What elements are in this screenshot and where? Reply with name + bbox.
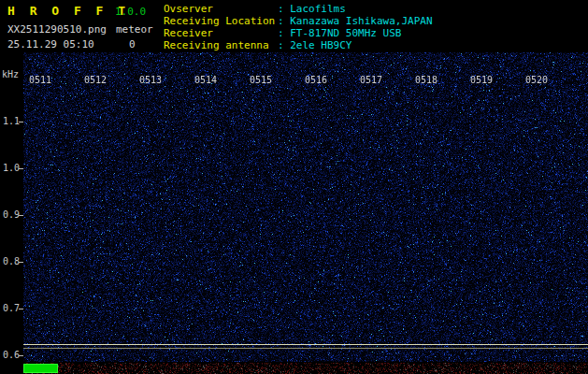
info-row-label: Receiving antenna — [164, 39, 278, 51]
info-row-label: Receiving Location — [164, 15, 278, 27]
spectrogram-canvas — [23, 52, 588, 362]
info-row-label: Ovserver — [164, 3, 278, 15]
time-tick-label: 0513 — [139, 75, 162, 85]
mode-label: meteor — [116, 23, 153, 36]
info-row: Receiving antenna: 2ele HB9CY — [164, 39, 433, 51]
app-version: 1.0.0 — [115, 6, 146, 18]
level-strip-canvas — [23, 363, 588, 374]
info-row: Receiving Location: Kanazawa Ishikawa,JA… — [164, 15, 433, 27]
echo-count: 0 — [129, 38, 136, 50]
info-row: Receiver: FT-817ND 50MHz USB — [164, 27, 433, 39]
time-tick-label: 0512 — [84, 75, 107, 85]
time-tick-label: 0516 — [305, 75, 327, 85]
level-indicator-box — [23, 364, 58, 373]
info-row-value: : FT-817ND 50MHz USB — [278, 27, 401, 39]
info-table: Ovserver: LacofilmsReceiving Location: K… — [164, 3, 433, 51]
app-title: H R O F F T — [7, 4, 129, 18]
freq-tick-label: 1.1 — [3, 116, 20, 126]
freq-tick-label: 0.8 — [3, 256, 20, 266]
time-tick-label: 0519 — [470, 75, 493, 85]
time-tick-label: 0520 — [525, 75, 548, 85]
output-filename: XX2511290510.png — [7, 23, 107, 36]
time-tick-label: 0514 — [194, 75, 217, 85]
datetime-label: 25.11.29 05:10 — [7, 38, 94, 50]
hrofft-window: H R O F F T 1.0.0 XX2511290510.png meteo… — [0, 0, 588, 374]
time-tick-label: 0515 — [250, 75, 272, 85]
info-row-value: : Kanazawa Ishikawa,JAPAN — [278, 15, 433, 27]
freq-tick-label: 1.0 — [3, 163, 20, 173]
time-tick-label: 0518 — [415, 75, 437, 85]
time-tick-label: 0517 — [360, 75, 382, 85]
freq-tick-label: 0.7 — [3, 303, 20, 313]
info-row-value: : Lacofilms — [278, 3, 346, 15]
info-row-label: Receiver — [164, 27, 278, 39]
freq-tick-label: 0.6 — [3, 350, 20, 360]
freq-axis-unit: kHz — [2, 69, 19, 79]
freq-tick-label: 0.9 — [3, 209, 20, 220]
info-row-value: : 2ele HB9CY — [278, 39, 351, 51]
time-tick-label: 0511 — [29, 75, 51, 85]
info-row: Ovserver: Lacofilms — [164, 3, 433, 15]
